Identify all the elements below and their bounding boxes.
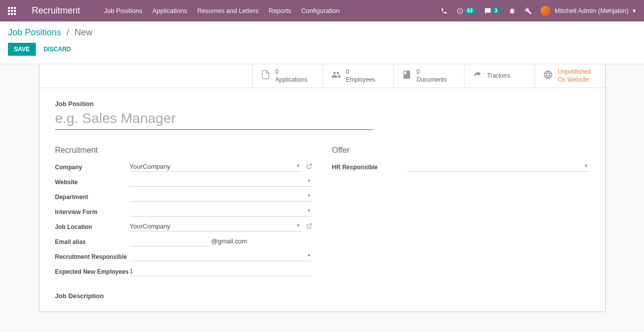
activities-badge: 63: [464, 7, 475, 14]
recruitment-responsible-label: Recruitment Responsible: [55, 251, 130, 260]
stat-website-line2: On Website: [558, 76, 591, 84]
stat-documents-label: Documents: [417, 76, 447, 84]
nav-job-positions[interactable]: Job Positions: [104, 7, 142, 14]
form-columns: Recruitment Company W: [55, 146, 589, 300]
company-select[interactable]: [130, 162, 301, 172]
website-label: Website: [55, 177, 130, 186]
recruitment-title: Recruitment: [55, 146, 312, 155]
user-name: Mitchell Admin (Mehjabin): [554, 7, 629, 14]
stat-documents-count: 0: [417, 68, 447, 76]
job-position-label: Job Position: [55, 100, 589, 108]
hr-responsible-label: HR Responsible: [332, 162, 407, 171]
user-menu[interactable]: Mitchell Admin (Mehjabin) ▾: [541, 6, 636, 16]
breadcrumb-root[interactable]: Job Positions: [8, 27, 61, 37]
share-icon: [472, 70, 482, 82]
stat-applications-count: 0: [276, 68, 308, 76]
department-label: Department: [55, 192, 130, 201]
apps-icon[interactable]: [8, 7, 16, 15]
stat-applications[interactable]: 0 Applications: [252, 64, 323, 88]
job-location-label: Job Location: [55, 221, 130, 230]
company-label: Company: [55, 162, 130, 171]
globe-icon: [543, 70, 553, 82]
content: 0 Applications 0 Employees 0: [0, 64, 644, 312]
company-external-link-icon[interactable]: [306, 163, 312, 171]
expected-new-employees-label: Expected New Employees: [55, 266, 130, 275]
location-external-link-icon[interactable]: [306, 223, 312, 230]
hr-responsible-select[interactable]: [407, 162, 589, 172]
form-sheet: 0 Applications 0 Employees 0: [39, 64, 606, 312]
expected-new-employees-input[interactable]: [130, 266, 312, 276]
form-body: Job Position Recruitment Company: [39, 88, 605, 312]
breadcrumb-separator: /: [67, 27, 69, 37]
stat-applications-label: Applications: [276, 76, 308, 84]
messages-icon[interactable]: 3: [484, 7, 500, 14]
job-description-label: Job Description: [55, 292, 312, 300]
interview-form-select[interactable]: [130, 207, 312, 217]
app-title: Recruitment: [32, 5, 80, 16]
tools-icon[interactable]: [525, 7, 532, 14]
save-button[interactable]: SAVE: [8, 43, 36, 56]
users-icon: [331, 70, 341, 82]
interview-form-label: Interview Form: [55, 207, 130, 216]
recruitment-responsible-select[interactable]: [130, 251, 312, 261]
breadcrumb: Job Positions / New: [8, 27, 636, 38]
stat-employees[interactable]: 0 Employees: [323, 64, 393, 88]
offer-title: Offer: [332, 146, 589, 155]
activities-icon[interactable]: 63: [457, 7, 475, 14]
email-suffix: @gmail.com: [211, 237, 247, 245]
recruitment-column: Recruitment Company W: [55, 146, 312, 300]
bug-icon[interactable]: [509, 7, 516, 14]
email-alias-input[interactable]: [130, 236, 209, 246]
avatar: [541, 6, 551, 16]
file-icon: [261, 70, 271, 82]
stat-trackers[interactable]: Trackers: [464, 64, 535, 88]
chevron-down-icon: ▾: [633, 7, 636, 14]
content-wrapper[interactable]: 0 Applications 0 Employees 0: [0, 64, 644, 332]
nav-links: Job Positions Applications Resumes and L…: [104, 7, 441, 14]
book-icon: [402, 70, 412, 82]
website-select[interactable]: [130, 177, 312, 187]
stat-employees-count: 0: [346, 68, 375, 76]
stat-documents[interactable]: 0 Documents: [393, 64, 464, 88]
breadcrumb-current: New: [75, 27, 92, 37]
nav-resumes-letters[interactable]: Resumes and Letters: [197, 7, 259, 14]
stat-employees-label: Employees: [346, 76, 375, 84]
discard-button[interactable]: DISCARD: [38, 43, 77, 56]
nav-applications[interactable]: Applications: [152, 7, 187, 14]
stat-trackers-label: Trackers: [487, 72, 510, 80]
email-alias-label: Email alias: [55, 236, 130, 245]
navbar: Recruitment Job Positions Applications R…: [0, 0, 644, 21]
offer-column: Offer HR Responsible: [332, 146, 589, 300]
breadcrumb-bar: Job Positions / New SAVE DISCARD: [0, 21, 644, 64]
stat-website-line1: Unpublished: [558, 68, 591, 76]
job-position-input[interactable]: [55, 110, 373, 130]
nav-configuration[interactable]: Configuration: [301, 7, 340, 14]
messages-badge: 3: [492, 7, 500, 14]
nav-reports[interactable]: Reports: [269, 7, 291, 14]
stat-buttons: 0 Applications 0 Employees 0: [39, 64, 605, 88]
stat-website[interactable]: Unpublished On Website: [535, 64, 605, 88]
phone-icon[interactable]: [441, 7, 448, 14]
nav-right: 63 3 Mitchell Admin (Mehjabin) ▾: [441, 6, 636, 16]
action-buttons: SAVE DISCARD: [8, 43, 636, 56]
department-select[interactable]: [130, 192, 312, 202]
job-location-select[interactable]: [130, 221, 301, 231]
